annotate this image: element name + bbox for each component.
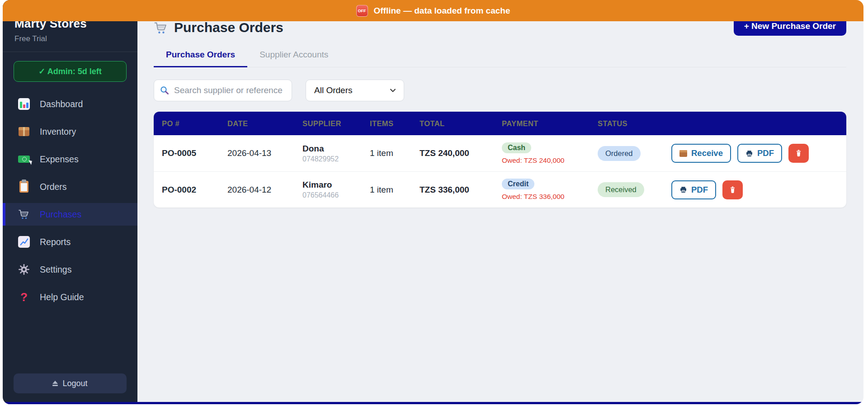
receive-button[interactable]: Receive <box>671 144 731 163</box>
sidebar-item-dashboard[interactable]: Dashboard <box>3 93 137 115</box>
pdf-button[interactable]: PDF <box>737 144 782 163</box>
sidebar-item-label: Settings <box>40 264 71 275</box>
gear-icon <box>18 264 30 275</box>
pdf-label: PDF <box>757 148 774 158</box>
total-amount: TZS 240,000 <box>420 148 502 158</box>
sidebar-item-label: Inventory <box>40 127 76 137</box>
col-status: STATUS <box>598 119 671 128</box>
bottom-bar <box>3 402 863 404</box>
col-supplier: SUPPLIER <box>302 119 370 128</box>
row-actions: Receive PDF <box>671 144 846 163</box>
sidebar: Marty Stores Free Trial ✓ Admin: 5d left… <box>3 0 137 404</box>
money-icon <box>18 156 30 163</box>
eject-icon <box>52 381 58 386</box>
items-count: 1 item <box>370 148 420 158</box>
owed-amount: Owed: TZS 336,000 <box>502 193 598 201</box>
pdf-label: PDF <box>691 185 708 195</box>
receive-label: Receive <box>691 148 723 158</box>
col-items: ITEMS <box>370 119 420 128</box>
sidebar-item-label: Expenses <box>40 154 79 165</box>
tab-bar: Purchase Orders Supplier Accounts <box>154 50 846 67</box>
offline-banner: OFF Offline — data loaded from cache <box>3 0 863 21</box>
chart-up-icon <box>18 236 30 248</box>
package-icon <box>679 150 687 157</box>
phone-off-icon: OFF <box>356 5 368 17</box>
table-row: PO-0005 2026-04-13 Dona 074829952 1 item… <box>154 135 846 171</box>
items-count: 1 item <box>370 185 420 195</box>
printer-icon <box>679 186 687 194</box>
sidebar-item-help[interactable]: ? Help Guide <box>3 286 137 308</box>
po-date: 2026-04-13 <box>227 148 302 158</box>
tab-supplier-accounts[interactable]: Supplier Accounts <box>247 50 340 67</box>
sidebar-item-settings[interactable]: Settings <box>3 258 137 281</box>
col-payment: PAYMENT <box>502 119 598 128</box>
sidebar-item-label: Help Guide <box>40 292 84 302</box>
search-icon <box>160 85 170 97</box>
plan-label: Free Trial <box>3 31 137 52</box>
sidebar-nav: Dashboard Inventory Expenses Orders Purc… <box>3 93 137 308</box>
cart-icon <box>18 209 30 220</box>
order-filter-select[interactable]: All Orders <box>306 80 404 101</box>
order-filter-value: All Orders <box>314 85 352 95</box>
bar-chart-icon <box>18 98 30 110</box>
delete-button[interactable] <box>788 144 809 163</box>
supplier-name: Dona <box>302 144 370 154</box>
row-actions: PDF <box>671 180 846 199</box>
clipboard-icon <box>18 181 30 193</box>
trash-icon <box>729 186 736 194</box>
supplier-name: Kimaro <box>302 180 370 190</box>
tab-purchase-orders[interactable]: Purchase Orders <box>154 50 247 67</box>
sidebar-item-purchases[interactable]: Purchases <box>3 203 137 226</box>
filters-row: All Orders <box>154 80 846 101</box>
sidebar-item-orders[interactable]: Orders <box>3 175 137 198</box>
search-input[interactable] <box>154 80 292 101</box>
offline-banner-text: Offline — data loaded from cache <box>374 6 510 16</box>
main-content: Purchase Orders + New Purchase Order Pur… <box>137 0 863 404</box>
sidebar-item-label: Purchases <box>40 209 81 220</box>
admin-badge: ✓ Admin: 5d left <box>14 61 127 82</box>
logout-label: Logout <box>62 379 87 388</box>
table-header: PO # DATE SUPPLIER ITEMS TOTAL PAYMENT S… <box>154 112 846 135</box>
app-window: OFF Offline — data loaded from cache Mar… <box>3 0 863 404</box>
status-badge: Ordered <box>598 146 641 161</box>
logout-button[interactable]: Logout <box>14 373 127 393</box>
table-row: PO-0002 2026-04-12 Kimaro 076564466 1 it… <box>154 171 846 208</box>
sidebar-item-label: Dashboard <box>40 99 83 109</box>
col-date: DATE <box>227 119 302 128</box>
po-date: 2026-04-12 <box>227 185 302 195</box>
owed-amount: Owed: TZS 240,000 <box>502 156 598 165</box>
sidebar-item-label: Reports <box>40 237 71 247</box>
search-box <box>154 80 292 101</box>
question-icon: ? <box>18 291 30 303</box>
supplier-phone: 074829952 <box>302 155 370 163</box>
status-badge: Received <box>598 182 644 197</box>
po-number: PO-0005 <box>154 148 227 158</box>
chevron-down-icon <box>389 87 396 94</box>
supplier-phone: 076564466 <box>302 191 370 199</box>
sidebar-item-reports[interactable]: Reports <box>3 231 137 253</box>
printer-icon <box>745 150 753 157</box>
payment-method-badge: Cash <box>502 142 531 153</box>
total-amount: TZS 336,000 <box>420 185 502 195</box>
po-number: PO-0002 <box>154 185 227 195</box>
sidebar-item-label: Orders <box>40 182 67 192</box>
purchase-orders-table: PO # DATE SUPPLIER ITEMS TOTAL PAYMENT S… <box>154 112 846 208</box>
pdf-button[interactable]: PDF <box>671 180 716 199</box>
delete-button[interactable] <box>722 180 743 199</box>
sidebar-item-inventory[interactable]: Inventory <box>3 120 137 143</box>
payment-method-badge: Credit <box>502 179 534 189</box>
sidebar-item-expenses[interactable]: Expenses <box>3 148 137 170</box>
col-po: PO # <box>154 119 227 128</box>
cart-icon <box>154 21 168 34</box>
page-title: Purchase Orders <box>174 20 283 35</box>
trash-icon <box>795 149 802 157</box>
col-total: TOTAL <box>420 119 502 128</box>
package-icon <box>18 127 30 136</box>
